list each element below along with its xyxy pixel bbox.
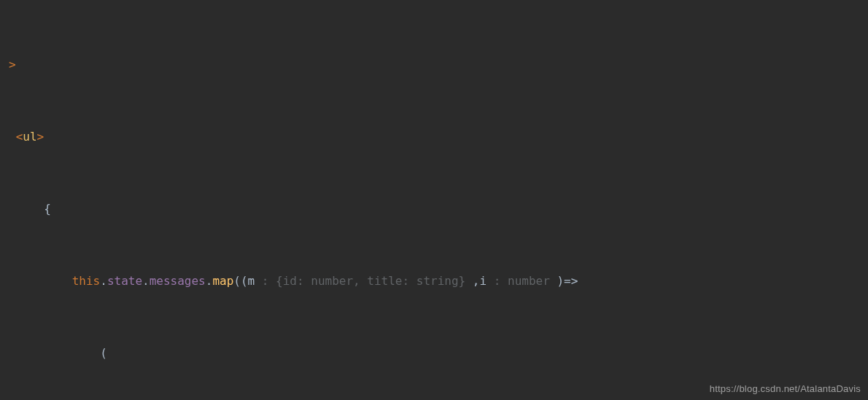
inlay-hint: : {id: number, title: string}	[255, 274, 473, 288]
tag-name: ul	[23, 130, 36, 144]
brace: {	[44, 202, 51, 216]
code-line: {	[0, 197, 868, 221]
watermark: https://blog.csdn.net/AtalantaDavis	[710, 383, 861, 394]
code-line: <ul>	[0, 125, 868, 149]
bracket: >	[9, 58, 16, 71]
code-editor[interactable]: > <ul> { this.state.messages.map((m : {i…	[0, 0, 868, 400]
code-line: this.state.messages.map((m : {id: number…	[0, 269, 868, 293]
code-line: >	[0, 52, 868, 77]
keyword-this: this	[72, 274, 101, 288]
inlay-hint: : number	[487, 274, 557, 288]
code-line: (	[0, 341, 868, 365]
bracket: >	[37, 130, 44, 144]
bracket: <	[16, 130, 23, 144]
